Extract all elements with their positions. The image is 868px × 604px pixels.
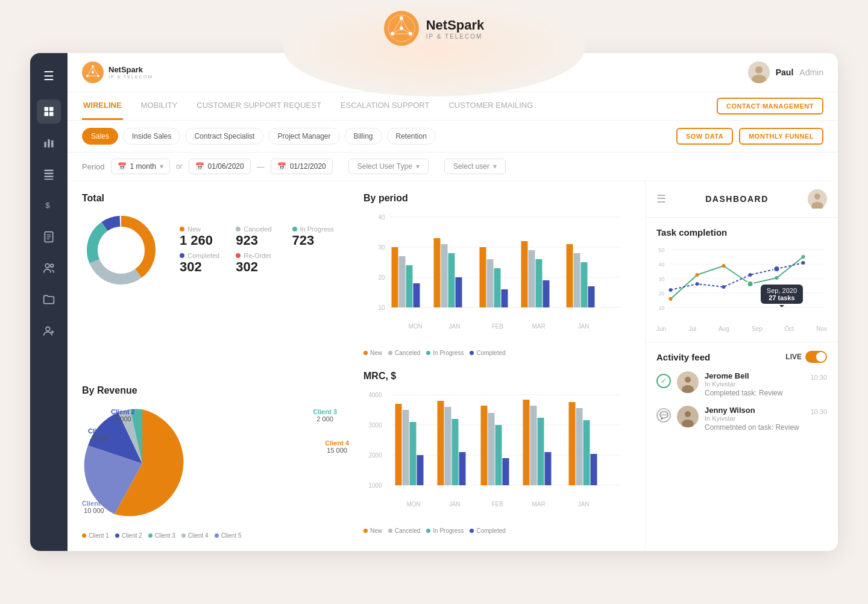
sidebar-icon-bar-chart[interactable]	[37, 131, 61, 155]
svg-rect-16	[45, 142, 46, 147]
svg-rect-74	[536, 259, 542, 307]
date-from-input[interactable]: 📅 01/06/2020	[189, 159, 251, 174]
svg-point-130	[696, 273, 699, 277]
period-row: Period 📅 1 month ▾ or 📅 01/06/2020 — 📅 0…	[68, 153, 838, 181]
svg-rect-112	[576, 408, 583, 485]
activity-feed-section: Activity feed LIVE ✓ Jerome Bel	[646, 342, 838, 551]
svg-text:1000: 1000	[369, 482, 383, 489]
legend-client3: Client 3	[148, 532, 175, 539]
mrc-chart: 4000 3000 2000 1000	[363, 389, 631, 521]
filter-project-manager[interactable]: Project Manager	[268, 128, 339, 145]
brand-sub: IP & TELECOM	[426, 33, 485, 40]
sidebar-icon-table[interactable]	[37, 162, 61, 186]
svg-rect-13	[49, 107, 54, 112]
tab-mobility[interactable]: MOBILITY	[140, 92, 179, 120]
tab-escalation[interactable]: ESCALATION SUPPORT	[339, 92, 431, 120]
activity-time-1: 10:30	[810, 374, 827, 381]
sidebar-icon-add-user[interactable]	[37, 319, 61, 343]
svg-rect-58	[399, 256, 406, 307]
client5-label: Client 510 000	[82, 500, 106, 514]
svg-rect-93	[410, 422, 417, 485]
filter-contract-specialist[interactable]: Contract Specialist	[185, 128, 263, 145]
stat-completed-label: Completed	[180, 252, 221, 259]
sidebar-icon-users[interactable]	[37, 256, 61, 280]
filters-row: Sales Inside Sales Contract Specialist P…	[68, 121, 838, 153]
svg-rect-102	[488, 413, 495, 485]
by-revenue-section: By Revenue	[82, 385, 349, 539]
contact-management-button[interactable]: CONTACT MANAGEMENT	[717, 98, 823, 115]
svg-rect-78	[574, 253, 580, 307]
stat-new-label: New	[180, 225, 221, 233]
svg-rect-65	[456, 277, 462, 307]
brand-logo: NetSpark IP & TELECOM	[384, 11, 485, 46]
tab-customer-support[interactable]: CUSTOMER SUPPORT REQUEST	[195, 92, 322, 120]
svg-point-136	[696, 282, 699, 286]
date-to-input[interactable]: 📅 01/12/2020	[271, 159, 333, 174]
sidebar-icon-dollar[interactable]: $	[37, 193, 61, 218]
svg-rect-109	[545, 452, 552, 485]
svg-rect-57	[392, 247, 398, 307]
activity-time-2: 10:30	[810, 408, 827, 415]
task-completion-title: Task completion	[656, 227, 827, 238]
svg-rect-103	[495, 425, 502, 485]
svg-rect-91	[395, 404, 402, 485]
hamburger-menu[interactable]: ☰	[39, 64, 59, 88]
client3-label: Client 32 000	[313, 408, 337, 423]
comment-icon-2: 💬	[656, 408, 671, 423]
dashboard-body: Total	[68, 181, 838, 551]
svg-point-140	[802, 261, 805, 265]
client1-label: Client 15 000	[88, 427, 112, 442]
activity-item-1: ✓ Jerome Bell In Kyivstar Completed task…	[656, 371, 827, 397]
brand-logo-icon	[384, 11, 419, 46]
svg-rect-97	[445, 407, 451, 485]
filter-sales[interactable]: Sales	[82, 128, 118, 145]
right-panel: ☰ DASHBOARD Task completion 50 40 30	[645, 181, 838, 551]
header-logo-text: NetSpark IP & TELECOM	[108, 65, 153, 80]
user-select[interactable]: Select user ▾	[444, 159, 506, 174]
svg-point-28	[45, 264, 49, 268]
activity-task-2: Commetnted on task: Review	[705, 423, 804, 432]
period-duration-select[interactable]: 📅 1 month ▾	[111, 159, 170, 174]
tab-emailing[interactable]: CUSTOMER EMAILING	[447, 92, 534, 120]
sow-data-button[interactable]: SOW DATA	[676, 128, 733, 145]
svg-rect-104	[503, 458, 509, 485]
sidebar-icon-grid[interactable]	[37, 99, 61, 124]
monthly-funnel-button[interactable]: MONTHLY FUNNEL	[739, 128, 823, 145]
right-header-title: DASHBOARD	[705, 194, 769, 204]
date-to-value: 01/12/2020	[290, 162, 326, 171]
svg-rect-17	[48, 139, 49, 147]
legend-canceled: Canceled	[388, 350, 420, 356]
legend-client4: Client 4	[181, 532, 209, 539]
header-logo: NetSpark IP & TELECOM	[82, 61, 153, 83]
stats-grid: New 1 260 Canceled 923	[180, 211, 334, 289]
stat-reorder-label: Re-Order	[236, 252, 277, 259]
tab-wireline[interactable]: WIRELINE	[82, 92, 123, 120]
filter-billing[interactable]: Billing	[345, 128, 382, 145]
svg-rect-98	[452, 419, 459, 485]
svg-rect-99	[459, 452, 466, 485]
hamburger-right[interactable]: ☰	[656, 192, 666, 206]
mrc-section: MRC, $ 4000 3000 2000 1000	[363, 371, 631, 539]
live-toggle[interactable]	[805, 351, 827, 363]
svg-rect-60	[414, 283, 420, 307]
filter-inside-sales[interactable]: Inside Sales	[123, 128, 180, 145]
sidebar: ☰ $	[30, 53, 68, 551]
filter-retention[interactable]: Retention	[387, 128, 436, 145]
tab-actions: CONTACT MANAGEMENT	[717, 98, 823, 115]
svg-rect-77	[567, 244, 573, 307]
svg-text:4000: 4000	[369, 392, 383, 398]
bottom-charts-row: By Revenue	[82, 371, 631, 539]
svg-rect-80	[588, 286, 595, 307]
sidebar-icon-folder[interactable]	[37, 288, 61, 312]
activity-location-1: In Kyivstar	[705, 380, 804, 388]
total-section: Total	[82, 193, 349, 356]
stat-completed-value: 302	[180, 259, 221, 275]
total-title: Total	[82, 193, 349, 204]
user-type-select[interactable]: Select User Type ▾	[348, 159, 429, 174]
svg-rect-69	[494, 268, 501, 307]
sidebar-icon-document[interactable]	[37, 225, 61, 249]
svg-rect-18	[51, 140, 53, 148]
legend-new: New	[363, 350, 382, 356]
stat-in-progress-label: In Progress	[292, 225, 334, 233]
legend-completed: Completed	[470, 350, 505, 356]
